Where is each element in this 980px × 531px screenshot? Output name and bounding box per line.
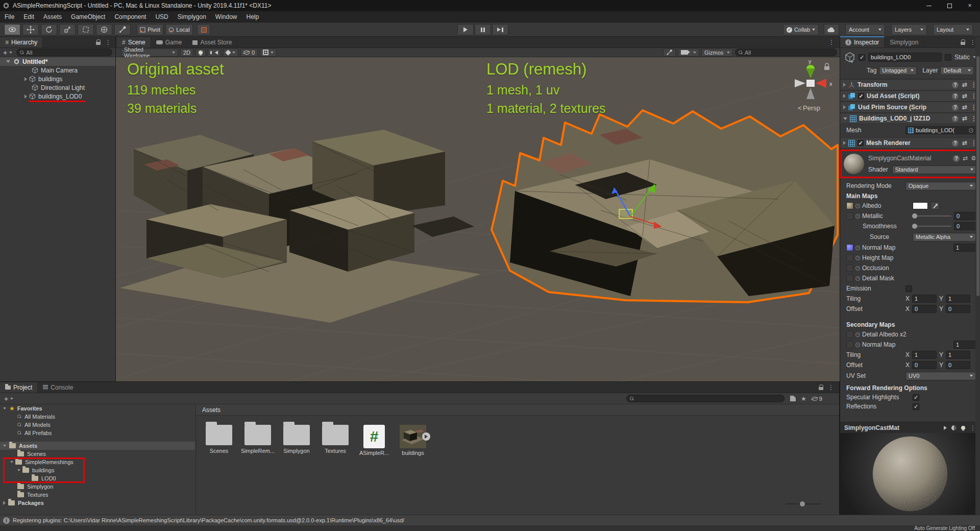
- presets-icon[interactable]: ⇄: [963, 155, 968, 161]
- tab-hierarchy[interactable]: ≡Hierarchy: [0, 37, 43, 47]
- rotate-tool-button[interactable]: [41, 24, 57, 35]
- search-by-type-icon[interactable]: [790, 396, 796, 401]
- menu-simplygon[interactable]: Simplygon: [173, 11, 211, 22]
- help-icon[interactable]: ?: [952, 115, 959, 122]
- tree-favorites[interactable]: ★ Favorites: [0, 404, 195, 413]
- view-orientation-gizmo[interactable]: y x < Persp: [795, 58, 832, 112]
- offset-x-field[interactable]: 0: [912, 305, 937, 313]
- tree-all-prefabs[interactable]: All Prefabs: [0, 429, 195, 437]
- foldout-icon[interactable]: [843, 141, 846, 145]
- tag-dropdown[interactable]: Untagged: [879, 66, 917, 75]
- tree-packages[interactable]: Packages: [0, 499, 195, 507]
- texture-picker-icon[interactable]: [855, 266, 860, 271]
- favorite-search-icon[interactable]: ★: [801, 396, 806, 402]
- secondary-normal-value-field[interactable]: 1: [953, 341, 976, 349]
- scene-search-input[interactable]: All: [735, 49, 837, 56]
- help-icon[interactable]: ?: [952, 140, 959, 147]
- asset-item-textures[interactable]: Textures: [318, 425, 352, 454]
- inspector-scrollbar[interactable]: [975, 37, 980, 515]
- enabled-checkbox[interactable]: ✓: [858, 93, 864, 99]
- hierarchy-scene-row[interactable]: Untitled*: [0, 57, 115, 66]
- texture-picker-icon[interactable]: [855, 256, 860, 260]
- pivot-toggle-button[interactable]: Pivot: [137, 24, 163, 35]
- menu-component[interactable]: Component: [110, 11, 151, 22]
- component-mesh-filter[interactable]: Buildings_LOD0_j I2Z1D ?⇄⋮: [840, 113, 980, 124]
- help-icon[interactable]: ?: [952, 93, 959, 100]
- metallic-slider[interactable]: [913, 215, 951, 216]
- hierarchy-item-buildings[interactable]: buildings: [0, 75, 115, 83]
- grid-snap-button[interactable]: [197, 24, 210, 35]
- tab-simplygon[interactable]: Simplygon: [885, 37, 924, 47]
- tree-assets-root[interactable]: Assets: [0, 442, 195, 450]
- tree-all-materials[interactable]: All Materials: [0, 413, 195, 421]
- detail-mask-thumb[interactable]: [846, 275, 853, 282]
- secondary-tiling-x-field[interactable]: 1: [912, 351, 937, 359]
- presets-icon[interactable]: ⇄: [962, 93, 967, 99]
- rendering-mode-dropdown[interactable]: Opaque: [905, 182, 976, 190]
- thumbnail-zoom-slider[interactable]: [786, 503, 821, 504]
- asset-item-buildings[interactable]: buildings: [396, 425, 430, 456]
- active-checkbox[interactable]: ✓: [859, 54, 865, 61]
- tiling-y-field[interactable]: 1: [946, 295, 970, 303]
- foldout-icon[interactable]: [843, 117, 847, 120]
- toggle-2d-button[interactable]: 2D: [180, 49, 193, 57]
- status-bar[interactable]: i Registering plugins: C:\Users\Vidar Ri…: [0, 515, 980, 525]
- menu-edit[interactable]: Edit: [19, 11, 39, 22]
- lock-icon[interactable]: [824, 63, 829, 70]
- tree-lod0[interactable]: LOD0: [0, 474, 195, 482]
- enabled-checkbox[interactable]: ✓: [857, 140, 864, 146]
- component-usd-prim-source[interactable]: Usd Prim Source (Scrip ?⇄⋮: [840, 102, 980, 113]
- scene-model-lod-selected[interactable]: [492, 110, 838, 302]
- occlusion-thumb[interactable]: [846, 264, 853, 272]
- scene-lighting-button[interactable]: [195, 49, 206, 57]
- tree-simpleremeshings[interactable]: SimpleRemeshings: [0, 458, 195, 466]
- scene-effects-dropdown[interactable]: [223, 49, 238, 57]
- minimize-button[interactable]: [919, 0, 939, 11]
- view-tool-button[interactable]: [4, 24, 20, 35]
- rect-tool-button[interactable]: [78, 24, 94, 35]
- tree-scenes[interactable]: Scenes: [0, 450, 195, 458]
- mesh-object-field[interactable]: buildings_LOD(: [905, 126, 976, 134]
- transform-tool-button[interactable]: [96, 24, 112, 35]
- object-picker-icon[interactable]: [969, 128, 973, 133]
- tree-simplygon[interactable]: Simplygon: [0, 482, 195, 491]
- secondary-normal-thumb[interactable]: [846, 341, 853, 348]
- asset-item-scenes[interactable]: Scenes: [202, 425, 236, 454]
- asset-item-simpleremeshings[interactable]: SimpleRem...: [241, 425, 275, 454]
- component-mesh-renderer[interactable]: ✓ Mesh Renderer ?⇄⋮: [840, 137, 980, 149]
- scene-model-original[interactable]: [120, 130, 481, 323]
- menu-window[interactable]: Window: [211, 11, 242, 22]
- foldout-icon[interactable]: [3, 445, 6, 447]
- tree-buildings-folder[interactable]: buildings: [0, 466, 195, 474]
- preview-light-icon[interactable]: [961, 426, 965, 430]
- shading-mode-dropdown[interactable]: Shaded Wireframe: [121, 49, 178, 57]
- texture-picker-icon[interactable]: [855, 214, 860, 219]
- custom-tool-button[interactable]: [114, 24, 131, 35]
- scene-camera-dropdown[interactable]: [678, 49, 699, 57]
- menu-help[interactable]: Help: [242, 11, 264, 22]
- menu-file[interactable]: File: [0, 11, 19, 22]
- material-sphere-thumbnail[interactable]: [844, 154, 864, 174]
- persp-label[interactable]: Persp: [803, 104, 820, 112]
- metallic-value-field[interactable]: 0: [954, 212, 976, 220]
- move-tool-button[interactable]: [22, 24, 39, 35]
- maximize-button[interactable]: [939, 0, 960, 11]
- foldout-icon[interactable]: [843, 83, 846, 87]
- assets-breadcrumb[interactable]: Assets: [196, 404, 839, 416]
- kebab-menu-icon[interactable]: ⋮: [105, 39, 111, 45]
- hierarchy-item-main-camera[interactable]: Main Camera: [0, 66, 115, 75]
- texture-picker-icon[interactable]: [855, 343, 860, 347]
- step-button[interactable]: [492, 24, 508, 35]
- project-search-input[interactable]: [626, 395, 785, 402]
- foldout-icon[interactable]: [3, 501, 6, 505]
- menu-assets[interactable]: Assets: [39, 11, 66, 22]
- create-dropdown-icon[interactable]: [10, 398, 13, 400]
- create-dropdown-icon[interactable]: [9, 52, 12, 54]
- component-transform[interactable]: Transform ?⇄⋮: [840, 79, 980, 90]
- grid-visibility-dropdown[interactable]: [260, 49, 277, 57]
- layout-dropdown[interactable]: Layout: [933, 24, 973, 35]
- scene-audio-button[interactable]: [208, 49, 221, 57]
- detail-albedo-thumb[interactable]: [846, 331, 853, 338]
- object-name-field[interactable]: buildings_LOD0: [868, 53, 942, 62]
- material-preview-header[interactable]: SimplygonCastMat ⋮: [840, 422, 980, 433]
